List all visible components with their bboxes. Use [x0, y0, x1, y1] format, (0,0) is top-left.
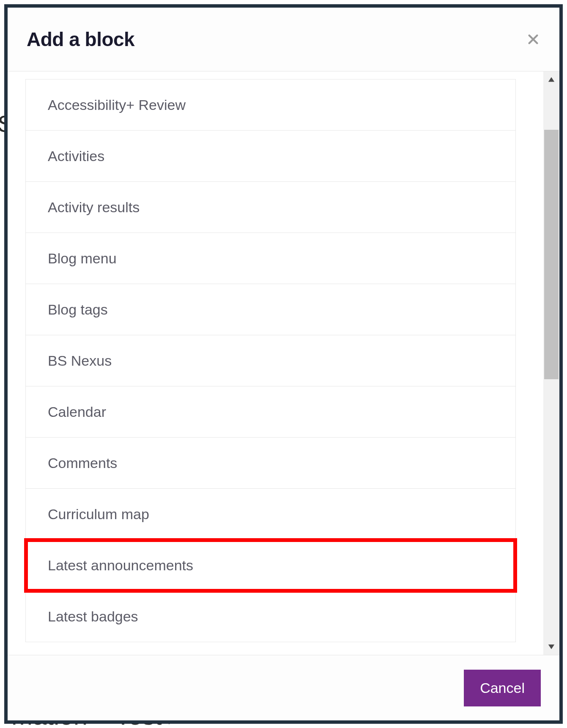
block-option-label: Blog menu	[48, 250, 117, 267]
block-option-label: Blog tags	[48, 301, 108, 318]
block-option[interactable]: Comments	[26, 438, 515, 489]
block-option-label: Accessibility+ Review	[48, 97, 186, 113]
scroll-up-button[interactable]	[543, 71, 559, 88]
block-option[interactable]: Calendar	[26, 386, 515, 438]
block-option-label: Curriculum map	[48, 506, 149, 523]
add-block-modal: Add a block Accessibility+ ReviewActivit…	[4, 4, 563, 724]
svg-marker-3	[548, 645, 554, 649]
modal-body: Accessibility+ ReviewActivitiesActivity …	[8, 71, 559, 655]
chevron-down-icon	[548, 643, 555, 651]
block-option[interactable]: Blog tags	[26, 284, 515, 335]
scrollbar-track[interactable]	[543, 88, 559, 639]
block-list-scroll: Accessibility+ ReviewActivitiesActivity …	[8, 71, 543, 655]
cancel-button[interactable]: Cancel	[464, 670, 541, 706]
block-option-label: Activity results	[48, 199, 140, 216]
block-option[interactable]: Curriculum map	[26, 489, 515, 540]
block-option[interactable]: Accessibility+ Review	[26, 79, 515, 131]
chevron-up-icon	[548, 76, 555, 83]
block-option-label: Comments	[48, 455, 117, 471]
block-option[interactable]: Latest announcements	[26, 540, 515, 591]
scroll-down-button[interactable]	[543, 639, 559, 655]
modal-footer: Cancel	[8, 655, 559, 720]
modal-title: Add a block	[27, 28, 134, 51]
block-option[interactable]: Activity results	[26, 182, 515, 233]
block-option-label: Calendar	[48, 404, 106, 420]
block-list: Accessibility+ ReviewActivitiesActivity …	[25, 79, 516, 642]
block-option-label: Latest announcements	[48, 557, 193, 574]
block-option[interactable]: Activities	[26, 131, 515, 182]
close-icon	[526, 33, 540, 46]
modal-header: Add a block	[8, 8, 559, 71]
block-option-label: Activities	[48, 148, 104, 164]
block-option[interactable]: Blog menu	[26, 233, 515, 284]
block-option-label: BS Nexus	[48, 353, 112, 369]
scrollbar[interactable]	[543, 71, 559, 655]
svg-marker-2	[548, 77, 554, 82]
scrollbar-thumb[interactable]	[544, 130, 559, 379]
block-option[interactable]: BS Nexus	[26, 335, 515, 386]
close-button[interactable]	[524, 30, 542, 49]
block-option-label: Latest badges	[48, 608, 138, 625]
block-option[interactable]: Latest badges	[26, 591, 515, 642]
